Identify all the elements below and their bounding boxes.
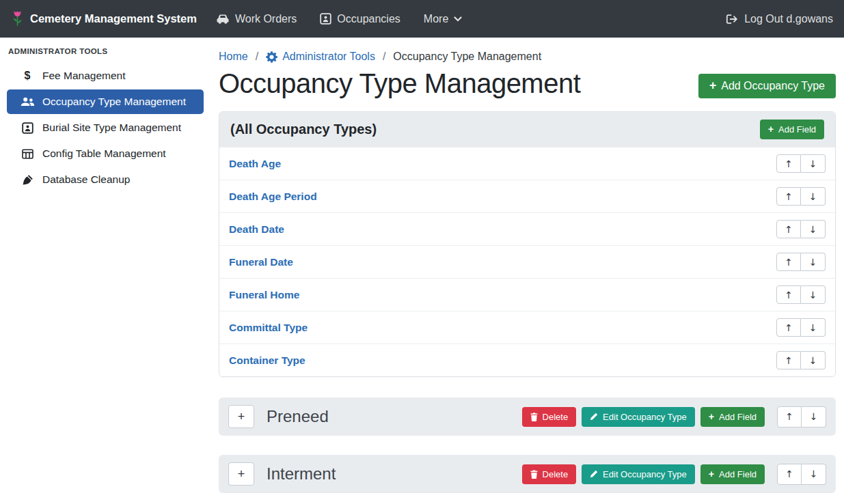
move-down-button[interactable]: ↓: [801, 318, 826, 337]
field-link[interactable]: Funeral Home: [229, 289, 299, 301]
pencil-icon: [590, 470, 598, 478]
arrow-up-icon: ↑: [785, 355, 793, 366]
field-row: Committal Type ↑ ↓: [219, 311, 835, 344]
users-icon: [19, 97, 36, 107]
brand[interactable]: Cemetery Management System: [11, 10, 197, 28]
tulip-logo-icon: [11, 10, 24, 28]
reorder-group: ↑ ↓: [777, 406, 826, 428]
arrow-down-icon: ↓: [809, 322, 817, 333]
arrow-down-icon: ↓: [809, 191, 817, 202]
add-field-button[interactable]: + Add Field: [700, 407, 765, 427]
sidebar-item-label: Burial Site Type Management: [42, 122, 181, 134]
trash-icon: [530, 470, 538, 479]
reorder-group: ↑ ↓: [776, 253, 826, 271]
reorder-group: ↑ ↓: [777, 464, 826, 485]
sidebar-item-burial-site-type-management[interactable]: Burial Site Type Management: [7, 115, 204, 140]
section-header-interment: + Interment Delete: [219, 455, 836, 493]
move-down-button[interactable]: ↓: [801, 187, 826, 206]
field-link[interactable]: Death Age Period: [229, 191, 317, 203]
arrow-down-icon: ↓: [809, 355, 817, 366]
arrow-down-icon: ↓: [810, 468, 818, 479]
plus-icon: +: [709, 469, 714, 479]
plus-icon: +: [709, 412, 714, 421]
section-actions: Delete Edit Occupancy Type + Add Field ↑: [522, 464, 826, 485]
sidebar-item-occupancy-type-management[interactable]: Occupancy Type Management: [7, 89, 204, 114]
field-link[interactable]: Container Type: [229, 354, 305, 367]
sidebar: Administrator Tools $ Fee Management Occ…: [0, 38, 210, 504]
move-up-button[interactable]: ↑: [777, 406, 802, 428]
sidebar-item-database-cleanup[interactable]: Database Cleanup: [7, 167, 204, 192]
chevron-down-icon: [454, 16, 462, 22]
add-field-button[interactable]: + Add Field: [760, 120, 824, 139]
person-frame-icon: [320, 13, 331, 25]
field-row: Death Age ↑ ↓: [219, 147, 835, 180]
move-down-button[interactable]: ↓: [802, 406, 826, 428]
move-down-button[interactable]: ↓: [801, 351, 826, 369]
dollar-icon: $: [19, 70, 36, 82]
title-row: Occupancy Type Management + Add Occupanc…: [219, 68, 836, 99]
move-up-button[interactable]: ↑: [776, 220, 801, 238]
plus-icon: +: [238, 467, 245, 481]
section-header-preneed: + Preneed Delete: [219, 397, 836, 436]
arrow-up-icon: ↑: [785, 411, 793, 422]
move-up-button[interactable]: ↑: [776, 154, 801, 173]
move-up-button[interactable]: ↑: [776, 318, 801, 337]
field-link[interactable]: Funeral Date: [229, 256, 293, 268]
move-down-button[interactable]: ↓: [801, 285, 826, 304]
logout-link[interactable]: Log Out d.gowans: [726, 13, 833, 25]
move-up-button[interactable]: ↑: [776, 253, 801, 271]
reorder-group: ↑ ↓: [776, 351, 826, 369]
logout-label: Log Out d.gowans: [744, 13, 833, 25]
main-content: Home / Administrator Tools / Occupancy T…: [210, 38, 844, 504]
move-up-button[interactable]: ↑: [776, 351, 801, 369]
add-occupancy-type-button[interactable]: + Add Occupancy Type: [698, 74, 836, 98]
move-down-button[interactable]: ↓: [801, 154, 826, 173]
breadcrumb-current: Occupancy Type Management: [393, 51, 541, 63]
move-down-button[interactable]: ↓: [801, 253, 826, 271]
nav-work-orders[interactable]: Work Orders: [216, 13, 297, 25]
reorder-group: ↑ ↓: [776, 285, 826, 304]
field-row: Death Age Period ↑ ↓: [219, 180, 835, 212]
expand-button[interactable]: +: [228, 462, 254, 486]
reorder-group: ↑ ↓: [776, 318, 826, 337]
nav-occupancies-label: Occupancies: [337, 13, 400, 25]
sidebar-item-config-table-management[interactable]: Config Table Management: [7, 141, 204, 166]
arrow-up-icon: ↑: [785, 322, 793, 333]
field-link[interactable]: Death Age: [229, 158, 281, 170]
arrow-up-icon: ↑: [785, 224, 793, 235]
car-icon: [216, 14, 230, 24]
nav-more[interactable]: More: [424, 13, 462, 25]
field-link[interactable]: Committal Type: [229, 322, 308, 334]
field-row: Container Type ↑ ↓: [219, 344, 835, 376]
burial-site-icon: [19, 122, 36, 134]
breadcrumb-admin-tools-link[interactable]: Administrator Tools: [266, 51, 375, 63]
move-up-button[interactable]: ↑: [776, 187, 801, 206]
add-field-button[interactable]: + Add Field: [700, 464, 765, 484]
plus-icon: +: [709, 80, 716, 92]
breadcrumb-home-link[interactable]: Home: [219, 51, 248, 63]
broom-icon: [19, 174, 36, 186]
move-up-button[interactable]: ↑: [777, 464, 802, 485]
move-up-button[interactable]: ↑: [776, 285, 801, 304]
logout-icon: [726, 14, 739, 25]
arrow-up-icon: ↑: [785, 257, 793, 268]
page-title: Occupancy Type Management: [219, 68, 580, 99]
delete-button[interactable]: Delete: [522, 407, 577, 427]
all-occupancy-types-card: (All Occupancy Types) + Add Field Death …: [219, 111, 836, 377]
reorder-group: ↑ ↓: [776, 220, 826, 238]
top-navbar: Cemetery Management System Work Orders O…: [0, 0, 844, 38]
expand-button[interactable]: +: [228, 405, 254, 428]
edit-occupancy-type-button[interactable]: Edit Occupancy Type: [582, 407, 695, 427]
edit-occupancy-type-button[interactable]: Edit Occupancy Type: [582, 464, 695, 484]
breadcrumb-separator: /: [256, 51, 258, 63]
sidebar-item-label: Config Table Management: [42, 148, 166, 160]
move-down-button[interactable]: ↓: [801, 220, 826, 238]
card-title: (All Occupancy Types): [230, 122, 377, 137]
field-link[interactable]: Death Date: [229, 223, 284, 236]
gear-icon: [266, 51, 277, 63]
nav-occupancies[interactable]: Occupancies: [320, 13, 400, 25]
move-down-button[interactable]: ↓: [802, 464, 826, 485]
sidebar-item-fee-management[interactable]: $ Fee Management: [7, 64, 204, 88]
field-row: Funeral Home ↑ ↓: [219, 278, 835, 311]
delete-button[interactable]: Delete: [522, 464, 577, 484]
